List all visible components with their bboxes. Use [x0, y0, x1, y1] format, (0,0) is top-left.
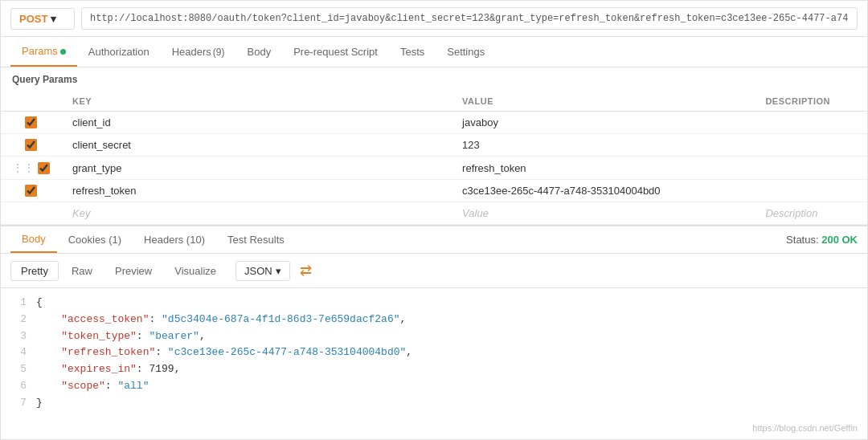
- drag-icon: ⋮⋮: [12, 161, 35, 174]
- app-container: POST ▾ Params Authorization Headers(9) B…: [0, 0, 868, 440]
- table-row: refresh_token c3ce13ee-265c-4477-a748-35…: [1, 180, 867, 202]
- row2-description: [754, 134, 867, 157]
- json-line-4: 4 "refresh_token": "c3ce13ee-265c-4477-a…: [12, 344, 856, 361]
- status-indicator: Status: 200 OK: [786, 234, 858, 246]
- row3-checkbox-wrap: [38, 162, 50, 174]
- row4-value: c3ce13ee-265c-4477-a748-353104004bd0: [451, 180, 754, 202]
- line-num-1: 1: [12, 295, 27, 312]
- json-line-7: 7 }: [12, 395, 856, 412]
- tab-settings[interactable]: Settings: [436, 38, 496, 66]
- status-value: 200 OK: [821, 234, 858, 246]
- tab-headers[interactable]: Headers(9): [161, 38, 236, 66]
- col-description: DESCRIPTION: [754, 92, 867, 112]
- format-select[interactable]: JSON ▾: [235, 261, 290, 281]
- row1-description: [754, 112, 867, 134]
- format-dropdown-icon: ▾: [276, 265, 281, 277]
- top-tabs-bar: Params Authorization Headers(9) Body Pre…: [1, 37, 867, 67]
- line-num-2: 2: [12, 312, 27, 328]
- bottom-tab-body[interactable]: Body: [10, 226, 57, 253]
- params-table: KEY VALUE DESCRIPTION client_id javaboy: [1, 92, 867, 225]
- row2-checkbox[interactable]: [25, 139, 37, 151]
- empty-key: Key: [61, 202, 451, 225]
- empty-value: Value: [451, 202, 754, 225]
- tab-authorization[interactable]: Authorization: [77, 38, 161, 66]
- json-line-5: 5 "expires_in": 7199,: [12, 361, 856, 378]
- line-num-4: 4: [12, 344, 27, 361]
- method-select[interactable]: POST ▾: [10, 8, 75, 30]
- row4-key: refresh_token: [61, 180, 451, 202]
- line-num-7: 7: [12, 395, 27, 412]
- tab-body[interactable]: Body: [236, 38, 283, 66]
- col-key: KEY: [61, 92, 451, 112]
- json-code-block: 1 { 2 "access_token": "d5c3404e-687a-4f1…: [1, 288, 867, 418]
- view-tab-raw[interactable]: Raw: [62, 262, 102, 280]
- row3-checkbox[interactable]: [38, 162, 50, 174]
- json-line-1: 1 {: [12, 295, 856, 312]
- row3-description: [754, 157, 867, 180]
- view-tab-preview[interactable]: Preview: [105, 262, 162, 280]
- line-num-3: 3: [12, 328, 27, 345]
- bottom-tab-cookies[interactable]: Cookies (1): [57, 227, 133, 252]
- line-num-6: 6: [12, 378, 27, 395]
- tab-params[interactable]: Params: [10, 37, 77, 67]
- bottom-tab-test-results[interactable]: Test Results: [216, 227, 296, 252]
- table-row: client_id javaboy: [1, 112, 867, 134]
- col-checkbox: [1, 92, 61, 112]
- empty-row: Key Value Description: [1, 202, 867, 225]
- view-tab-visualize[interactable]: Visualize: [165, 262, 226, 280]
- row2-checkbox-wrap: [12, 139, 50, 151]
- view-tab-pretty[interactable]: Pretty: [10, 261, 59, 281]
- json-line-6: 6 "scope": "all": [12, 378, 856, 395]
- tab-pre-request-script[interactable]: Pre-request Script: [282, 38, 389, 66]
- bottom-section: Body Cookies (1) Headers (10) Test Resul…: [1, 225, 867, 418]
- watermark: https://blog.csdn.net/Geffin: [752, 423, 858, 433]
- row4-description: [754, 180, 867, 202]
- bottom-tab-headers[interactable]: Headers (10): [133, 227, 216, 252]
- url-input[interactable]: [81, 7, 858, 30]
- params-dot: [60, 49, 66, 55]
- row3-key: grant_type: [61, 157, 451, 180]
- method-label: POST: [19, 13, 47, 25]
- table-row: ⋮⋮ grant_type refresh_token: [1, 157, 867, 180]
- col-value: VALUE: [451, 92, 754, 112]
- row2-key: client_secret: [61, 134, 451, 157]
- row4-checkbox[interactable]: [25, 185, 37, 197]
- line-num-5: 5: [12, 361, 27, 378]
- wrap-button[interactable]: ⇄: [293, 259, 318, 283]
- row3-value: refresh_token: [451, 157, 754, 180]
- tab-tests[interactable]: Tests: [389, 38, 436, 66]
- row4-checkbox-wrap: [12, 185, 50, 197]
- response-view-bar: Pretty Raw Preview Visualize JSON ▾ ⇄: [1, 254, 867, 288]
- bottom-tabs-bar: Body Cookies (1) Headers (10) Test Resul…: [1, 226, 867, 254]
- url-bar: POST ▾: [1, 1, 867, 37]
- query-params-section-title: Query Params: [1, 67, 867, 92]
- table-row: client_secret 123: [1, 134, 867, 157]
- row1-value: javaboy: [451, 112, 754, 134]
- row1-checkbox[interactable]: [25, 116, 37, 128]
- row2-value: 123: [451, 134, 754, 157]
- json-line-3: 3 "token_type": "bearer",: [12, 328, 856, 345]
- json-line-2: 2 "access_token": "d5c3404e-687a-4f1d-86…: [12, 312, 856, 328]
- method-dropdown-icon: ▾: [51, 13, 56, 25]
- row1-key: client_id: [61, 112, 451, 134]
- row1-checkbox-wrap: [12, 116, 50, 128]
- empty-description: Description: [754, 202, 867, 225]
